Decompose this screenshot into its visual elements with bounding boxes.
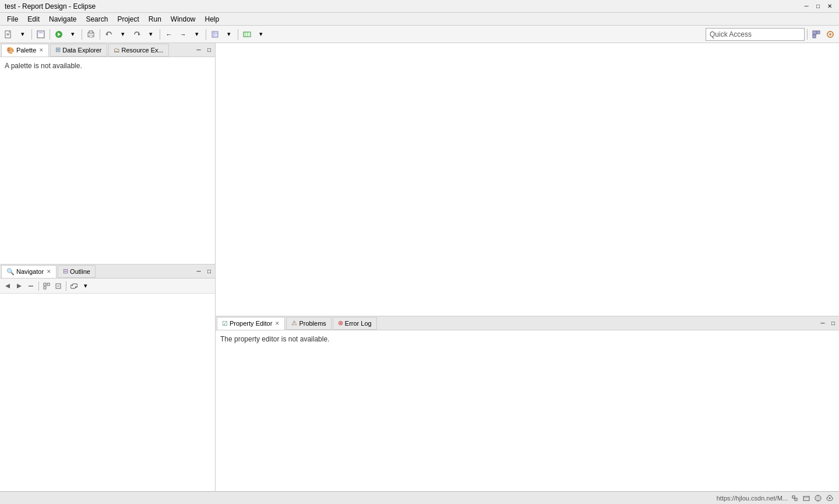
navigator-panel: 🔍 Navigator ✕ ⊟ Outline ─ □: [0, 264, 215, 491]
error-log-tab[interactable]: ⊗ Error Log: [333, 317, 377, 330]
menu-edit[interactable]: Edit: [23, 14, 44, 24]
property-editor-content: The property editor is not available.: [216, 330, 839, 491]
editor-area[interactable]: [216, 43, 839, 316]
perspective-button[interactable]: [810, 28, 823, 41]
menu-file[interactable]: File: [2, 14, 23, 24]
bottom-panel: ☑ Property Editor ✕ ⚠ Problems ⊗ Error L…: [216, 316, 839, 491]
navigator-maximize-button[interactable]: □: [205, 267, 214, 276]
status-icons: [790, 494, 834, 503]
menu-search[interactable]: Search: [81, 14, 112, 24]
nav-link-button[interactable]: [69, 281, 79, 291]
menu-project[interactable]: Project: [112, 14, 143, 24]
new-dropdown-button[interactable]: ▾: [16, 28, 29, 41]
undo-button[interactable]: [103, 28, 115, 41]
back-button[interactable]: ←: [163, 28, 175, 41]
nav-expand-all-button[interactable]: [41, 281, 52, 291]
property-editor-tab[interactable]: ☑ Property Editor ✕: [217, 317, 285, 330]
svg-rect-28: [44, 283, 46, 286]
minimize-button[interactable]: ─: [802, 2, 811, 11]
main-layout: 🎨 Palette ✕ ⊞ Data Explorer 🗂 Resource E…: [0, 43, 839, 491]
svg-rect-20: [813, 31, 816, 34]
svg-rect-6: [38, 34, 43, 37]
separator-5: [160, 29, 160, 40]
resource-icon: 🗂: [114, 47, 120, 54]
redo-dropdown-button[interactable]: ▾: [144, 28, 157, 41]
separator-6: [206, 29, 206, 40]
bottom-tab-bar: ☑ Property Editor ✕ ⚠ Problems ⊗ Error L…: [216, 316, 839, 330]
svg-rect-33: [792, 496, 795, 498]
navigator-minimize-button[interactable]: ─: [194, 267, 203, 276]
menu-help[interactable]: Help: [200, 14, 224, 24]
palette-icon: 🎨: [6, 47, 15, 54]
redo-button[interactable]: [131, 28, 143, 41]
outline-tab-label: Outline: [70, 268, 90, 275]
palette-tab-bar: 🎨 Palette ✕ ⊞ Data Explorer 🗂 Resource E…: [0, 43, 215, 57]
problems-tab[interactable]: ⚠ Problems: [286, 317, 331, 330]
menu-navigate[interactable]: Navigate: [44, 14, 81, 24]
svg-rect-21: [817, 31, 820, 34]
nav-separator-1: [38, 281, 39, 291]
problems-icon: ⚠: [291, 319, 297, 327]
close-button[interactable]: ✕: [825, 2, 834, 11]
svg-marker-1: [9, 31, 10, 33]
menu-window[interactable]: Window: [166, 14, 200, 24]
nav-dropdown-button[interactable]: ▾: [191, 28, 203, 41]
navigator-content: [0, 294, 215, 491]
menu-run[interactable]: Run: [144, 14, 166, 24]
left-panel: 🎨 Palette ✕ ⊞ Data Explorer 🗂 Resource E…: [0, 43, 216, 491]
palette-tab[interactable]: 🎨 Palette ✕: [1, 44, 49, 57]
outline-tab[interactable]: ⊟ Outline: [58, 265, 96, 278]
status-url: https://hjlou.csdn.net/M...: [717, 495, 788, 502]
menu-bar: File Edit Navigate Search Project Run Wi…: [0, 13, 839, 26]
error-log-tab-label: Error Log: [345, 320, 372, 327]
data-explorer-tab[interactable]: ⊞ Data Explorer: [50, 44, 107, 57]
svg-marker-26: [17, 284, 22, 288]
undo-dropdown-button[interactable]: ▾: [117, 28, 129, 41]
tool1-button[interactable]: [209, 28, 221, 41]
nav-collapse-all-button[interactable]: [53, 281, 64, 291]
print-button[interactable]: [84, 28, 97, 41]
property-editor-close-icon[interactable]: ✕: [275, 320, 280, 326]
palette-close-icon[interactable]: ✕: [39, 47, 44, 53]
property-editor-tab-label: Property Editor: [230, 320, 272, 327]
view-menu-button[interactable]: [824, 28, 837, 41]
svg-rect-34: [795, 498, 797, 501]
problems-tab-label: Problems: [299, 320, 326, 327]
separator-7: [238, 29, 238, 40]
run-dropdown-button[interactable]: ▾: [66, 28, 79, 41]
property-editor-message: The property editor is not available.: [220, 335, 329, 343]
property-icon: ☑: [222, 320, 228, 327]
outline-icon: ⊟: [63, 267, 68, 275]
palette-maximize-button[interactable]: □: [205, 45, 214, 55]
status-update-icon[interactable]: [825, 494, 834, 503]
maximize-button[interactable]: □: [813, 2, 823, 11]
nav-collapse-button[interactable]: [26, 281, 36, 291]
tool1-dropdown-button[interactable]: ▾: [223, 28, 235, 41]
navigator-close-icon[interactable]: ✕: [47, 269, 51, 274]
nav-forward-button[interactable]: [14, 281, 24, 291]
bottom-minimize-button[interactable]: ─: [818, 319, 827, 328]
resource-explorer-tab[interactable]: 🗂 Resource Ex...: [108, 44, 169, 57]
tool2-dropdown-button[interactable]: ▾: [255, 28, 267, 41]
status-notification-icon[interactable]: [802, 494, 811, 503]
new-button[interactable]: [2, 28, 15, 41]
status-network-icon[interactable]: [813, 494, 823, 503]
separator-1: [31, 29, 32, 40]
quick-access-box[interactable]: Quick Access: [706, 28, 805, 41]
title-bar: test - Report Design - Eclipse ─ □ ✕: [0, 0, 839, 13]
svg-rect-22: [813, 35, 816, 38]
run-button[interactable]: [52, 28, 65, 41]
palette-minimize-button[interactable]: ─: [194, 45, 203, 55]
status-settings-icon[interactable]: [790, 494, 799, 503]
nav-back-button[interactable]: [2, 281, 13, 291]
navigator-tab-label: Navigator: [16, 268, 44, 275]
nav-dropdown-button[interactable]: ▾: [80, 281, 91, 291]
svg-marker-25: [5, 284, 10, 288]
tool2-button[interactable]: [241, 28, 253, 41]
bottom-maximize-button[interactable]: □: [829, 319, 838, 328]
navigator-tab[interactable]: 🔍 Navigator ✕: [1, 265, 57, 278]
save-button[interactable]: [34, 28, 47, 41]
palette-content: A palette is not available.: [0, 57, 215, 264]
forward-button[interactable]: →: [177, 28, 189, 41]
resource-explorer-tab-label: Resource Ex...: [122, 47, 164, 54]
